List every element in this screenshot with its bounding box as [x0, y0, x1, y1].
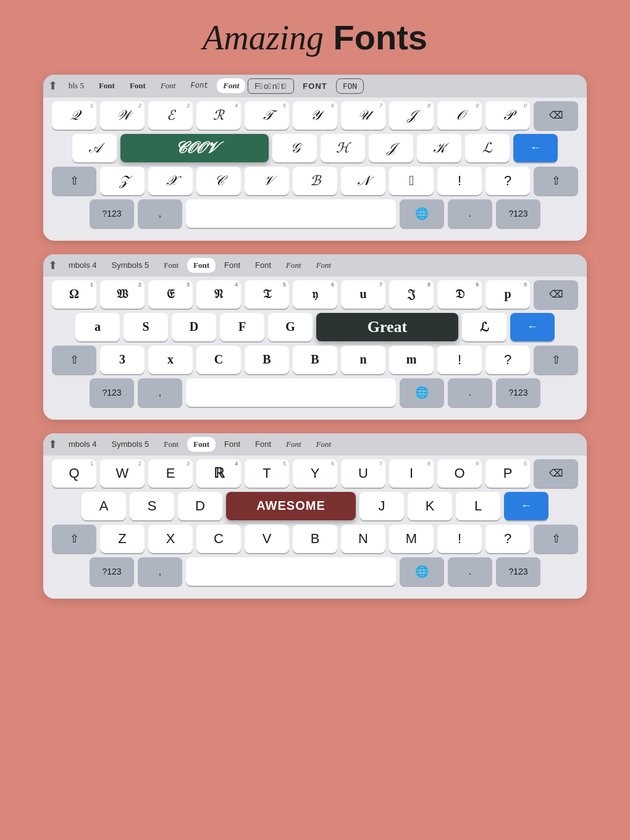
key-1-quest[interactable]: ?: [485, 167, 530, 195]
share-icon-2[interactable]: ⬆: [48, 259, 57, 272]
key-1-c[interactable]: 𝒞: [196, 167, 241, 195]
tab-3-7[interactable]: Font: [310, 437, 338, 452]
key-3-t[interactable]: 5T: [245, 459, 289, 488]
share-icon-3[interactable]: ⬆: [48, 438, 57, 451]
shift-key-2-r[interactable]: ⇧: [534, 346, 578, 374]
key-2-z[interactable]: 3: [100, 346, 145, 374]
key-2-o[interactable]: 9𝔇: [437, 280, 482, 309]
key-2-i[interactable]: 8𝔍: [389, 280, 434, 309]
tab-3-5[interactable]: Font: [249, 437, 277, 451]
key-3-y[interactable]: 6Y: [293, 459, 337, 488]
key-2-f[interactable]: F: [220, 313, 264, 341]
highlight-great-key[interactable]: Great: [316, 313, 458, 341]
key-1-q[interactable]: 1𝒬: [52, 101, 96, 130]
globe-key-2[interactable]: 🌐: [400, 378, 444, 407]
key-3-e[interactable]: 3E: [148, 459, 193, 488]
key-2-c[interactable]: C: [196, 346, 241, 374]
shift-key-1-l[interactable]: ⇧: [52, 167, 96, 195]
tab-3-6[interactable]: Font: [280, 437, 308, 452]
key-3-k[interactable]: K: [408, 492, 452, 520]
comma-key-1[interactable]: ,: [138, 199, 182, 228]
key-1-h[interactable]: ℋ: [321, 134, 365, 162]
key-2-w[interactable]: 2𝔚: [100, 280, 145, 309]
key-1-x[interactable]: 𝒳: [148, 167, 193, 195]
key-2-quest[interactable]: ?: [485, 346, 530, 374]
key-2-t[interactable]: 5𝔗: [245, 280, 289, 309]
tab-1-5[interactable]: Font: [217, 78, 245, 93]
key-2-l[interactable]: ℒ: [462, 313, 506, 341]
tab-3-0[interactable]: mbols 4: [62, 437, 103, 451]
key-2-a[interactable]: a: [75, 313, 120, 341]
key-1-t[interactable]: 5𝒯: [245, 101, 289, 130]
tab-1-1[interactable]: Font: [93, 78, 121, 93]
num-key-2-r[interactable]: ?123: [496, 378, 540, 407]
delete-key-2[interactable]: ⌫: [534, 280, 578, 309]
key-3-v[interactable]: V: [245, 525, 289, 553]
shift-key-1-r[interactable]: ⇧: [534, 167, 578, 195]
key-3-m[interactable]: M: [389, 525, 434, 553]
key-1-o[interactable]: 9𝒪: [437, 101, 482, 130]
comma-key-2[interactable]: ,: [138, 378, 182, 407]
key-2-r[interactable]: 4𝔑: [196, 280, 241, 309]
key-3-a[interactable]: A: [82, 492, 126, 520]
key-3-r[interactable]: 4ℝ: [196, 459, 241, 488]
key-1-a[interactable]: 𝒜: [72, 134, 117, 162]
highlight-cool-key[interactable]: 𝒞𝒪𝒪𝒱: [120, 134, 269, 162]
key-2-v[interactable]: B: [245, 346, 289, 374]
shift-key-2-l[interactable]: ⇧: [52, 346, 96, 374]
key-3-c[interactable]: C: [196, 525, 241, 553]
key-3-j[interactable]: J: [359, 492, 404, 520]
key-1-r[interactable]: 4ℛ: [196, 101, 241, 130]
enter-key-2[interactable]: ←: [510, 313, 555, 341]
key-3-n[interactable]: N: [341, 525, 385, 553]
globe-key-3[interactable]: 🌐: [400, 557, 444, 586]
key-2-excl[interactable]: !: [437, 346, 482, 374]
tab-2-4[interactable]: Font: [218, 258, 246, 272]
key-2-d[interactable]: D: [172, 313, 216, 341]
key-1-n[interactable]: 𝒩: [341, 167, 385, 195]
dot-key-1[interactable]: .: [448, 199, 492, 228]
num-key-3-r[interactable]: ?123: [496, 557, 540, 586]
key-3-quest[interactable]: ?: [485, 525, 530, 553]
key-2-m[interactable]: m: [389, 346, 434, 374]
enter-key-3[interactable]: ←: [504, 492, 548, 520]
globe-key-1[interactable]: 🌐: [400, 199, 444, 228]
key-3-p[interactable]: 0P: [485, 459, 530, 488]
tab-2-0[interactable]: mbols 4: [62, 258, 103, 272]
key-1-j[interactable]: 𝒥: [369, 134, 413, 162]
tab-1-4[interactable]: Font: [184, 79, 214, 93]
key-2-p[interactable]: 0p: [485, 280, 530, 309]
key-3-d[interactable]: D: [178, 492, 222, 520]
key-3-u[interactable]: 7U: [341, 459, 385, 488]
tab-3-3[interactable]: Font: [187, 437, 216, 452]
num-key-2-l[interactable]: ?123: [90, 378, 134, 407]
tab-3-4[interactable]: Font: [218, 437, 246, 451]
delete-key-1[interactable]: ⌫: [534, 101, 578, 130]
key-3-excl[interactable]: !: [437, 525, 482, 553]
space-key-3[interactable]: [186, 557, 396, 586]
key-1-l[interactable]: ℒ: [465, 134, 510, 162]
share-icon-1[interactable]: ⬆: [48, 79, 57, 93]
tab-3-2[interactable]: Font: [158, 437, 185, 452]
key-3-o[interactable]: 9O: [437, 459, 482, 488]
tab-3-1[interactable]: Symbols 5: [106, 437, 156, 451]
tab-2-3[interactable]: Font: [187, 258, 216, 273]
key-1-p[interactable]: 0𝒫: [485, 101, 530, 130]
key-2-s[interactable]: S: [124, 313, 168, 341]
comma-key-3[interactable]: ,: [138, 557, 182, 586]
key-2-g[interactable]: G: [268, 313, 313, 341]
key-1-z[interactable]: 𝒵: [100, 167, 145, 195]
key-3-s[interactable]: S: [130, 492, 174, 520]
key-1-excl[interactable]: !: [437, 167, 482, 195]
key-1-k[interactable]: 𝒦: [417, 134, 461, 162]
num-key-1-l[interactable]: ?123: [90, 199, 134, 228]
tab-2-6[interactable]: Font: [280, 258, 308, 273]
tab-2-1[interactable]: Symbols 5: [106, 258, 156, 272]
dot-key-3[interactable]: .: [448, 557, 492, 586]
key-2-q[interactable]: 1Ω: [52, 280, 96, 309]
tab-1-2[interactable]: Font: [124, 78, 152, 93]
tab-1-8[interactable]: FON: [336, 78, 364, 94]
key-1-m[interactable]: 𝒨: [389, 167, 434, 195]
key-1-y[interactable]: 6𝒴: [293, 101, 337, 130]
tab-2-7[interactable]: Font: [310, 258, 338, 273]
